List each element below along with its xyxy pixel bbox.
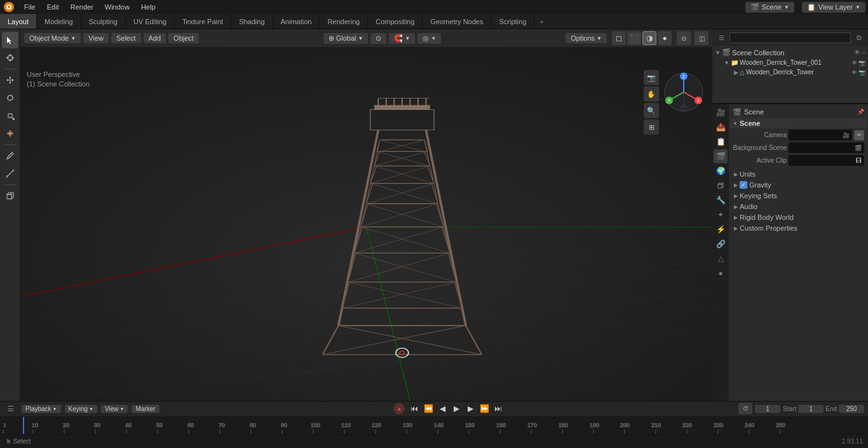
tab-texture-paint[interactable]: Texture Paint [175,14,231,29]
scene-section-header[interactable]: ▼ Scene [730,118,867,128]
section-custom-properties[interactable]: ▶ Custom Properties [730,223,867,233]
tool-scale[interactable] [2,107,18,124]
prev-keyframe-btn[interactable]: ◀ [437,403,448,414]
play-btn[interactable]: ▶ [451,403,462,414]
options-btn[interactable]: Options ▼ [566,33,607,43]
camera-btn[interactable]: 📷 [644,70,659,85]
outliner-filter-btn[interactable]: ⧉ [853,31,865,44]
jump-end-btn[interactable]: ⏭ [492,403,504,414]
frame-current-input[interactable]: 1 [755,405,780,413]
viewport[interactable]: Object Mode ▼ View Select Add Object ⊕ G… [20,29,712,401]
overlay-btn[interactable]: ⊙ [677,31,691,45]
scene-selector[interactable]: 🎬 Scene ▼ [745,2,794,13]
menu-file[interactable]: File [19,2,41,12]
tab-uv-editing[interactable]: UV Editing [126,14,175,29]
tool-cursor[interactable] [2,50,18,66]
timeline-view-btn[interactable]: View ▼ [101,405,128,413]
tool-move[interactable] [2,72,18,88]
mesh-restrict-render[interactable]: 📷 [858,69,865,76]
props-tab-render[interactable]: 🎥 [714,105,728,119]
tab-modeling[interactable]: Modeling [37,14,81,29]
viewport-canvas[interactable]: User Perspective (1) Scene Collection Z … [20,47,712,401]
collection-item-wooden-derrick[interactable]: ▼ 📁 Wooden_Derrick_Tower_001 👁 📷 [715,58,865,67]
xray-btn[interactable]: ◫ [695,31,709,45]
props-tab-modifier[interactable]: 🔧 [714,193,728,207]
frame-start-input[interactable] [798,405,824,413]
tool-annotate[interactable] [2,147,18,164]
menu-window[interactable]: Window [100,2,135,12]
section-gravity[interactable]: ▶ ✓ Gravity [730,180,867,190]
tab-sculpting[interactable]: Sculpting [81,14,126,29]
props-tab-particles[interactable]: ✦ [714,208,728,222]
view-layer-selector[interactable]: 📋 View Layer ▼ [802,2,865,13]
solid-btn[interactable]: ⬛ [627,31,641,45]
next-frame-btn[interactable]: ⏩ [478,403,490,414]
props-tab-output[interactable]: 📤 [714,120,728,134]
proportional-btn[interactable]: ◎ ▼ [417,33,441,44]
section-keying-sets[interactable]: ▶ Keying Sets [730,191,867,201]
camera-field-value[interactable]: 🎥 [789,130,852,140]
outliner-menu-btn[interactable]: ☰ [715,31,728,44]
props-tab-view-layer[interactable]: 📋 [714,135,728,149]
playback-btn[interactable]: Playback ▼ [22,405,61,413]
tab-rendering[interactable]: Rendering [320,14,368,29]
menu-render[interactable]: Render [65,2,98,12]
coll-restrict-viewport[interactable]: 👁 [851,60,857,66]
clock-icon[interactable]: ⏱ [738,403,752,414]
tool-select[interactable] [2,32,18,48]
snapping-btn[interactable]: 🧲 ▼ [389,33,415,44]
magnify-btn[interactable]: 🔍 [644,103,659,118]
props-tab-material[interactable]: ● [714,266,728,280]
viewport-view-btn[interactable]: View [83,33,109,43]
props-tab-world[interactable]: 🌍 [714,164,728,178]
record-btn[interactable]: ● [393,403,405,414]
timeline-ruler[interactable]: 1 10 20 30 40 50 60 70 80 90 100 110 120… [0,417,868,434]
tab-geometry-nodes[interactable]: Geometry Nodes [423,14,491,29]
marker-btn[interactable]: Marker [132,405,159,413]
gravity-checkbox[interactable]: ✓ [740,181,747,189]
tab-shading[interactable]: Shading [231,14,273,29]
active-clip-value[interactable]: 🎞 [789,155,864,166]
next-keyframe-btn[interactable]: ▶ [465,403,476,414]
bg-scene-value[interactable]: 🎬 [789,142,864,153]
section-rigid-body-world[interactable]: ▶ Rigid Body World [730,212,867,222]
object-mode-btn[interactable]: Object Mode ▼ [24,33,81,43]
section-units[interactable]: ▶ Units [730,169,867,179]
coll-restrict-render[interactable]: 📷 [858,60,865,66]
orientation-widget[interactable]: Z X Y [661,70,706,114]
jump-start-btn[interactable]: ⏮ [409,403,420,414]
viewport-select-btn[interactable]: Select [111,33,141,43]
menu-help[interactable]: Help [136,2,161,12]
hand-btn[interactable]: ✋ [644,86,659,102]
material-preview-btn[interactable]: ◑ [642,31,656,45]
layer-btn[interactable]: ⊞ [644,119,659,135]
outliner-search[interactable] [729,32,851,43]
tab-animation[interactable]: Animation [273,14,320,29]
menu-edit[interactable]: Edit [42,2,64,12]
props-tab-physics[interactable]: ⚡ [714,222,728,236]
scene-collection-item[interactable]: ▼ 🎬 Scene Collection 👁 ○ [715,47,865,58]
timeline-menu-btn[interactable]: ☰ [4,402,18,416]
transform-global-btn[interactable]: ⊕ Global ▼ [323,33,369,44]
mesh-restrict-viewport[interactable]: 👁 [851,69,857,76]
mesh-item-wooden-derrick[interactable]: ▶ △ Wooden_Derrick_Tower 👁 📷 [715,67,865,77]
props-tab-constraints[interactable]: 🔗 [714,237,728,251]
tool-add-cube[interactable] [2,187,18,204]
camera-edit-btn[interactable]: ✏ [854,130,864,140]
tool-rotate[interactable] [2,90,18,106]
props-tab-data[interactable]: △ [714,252,728,266]
viewport-add-btn[interactable]: Add [144,33,166,43]
tab-add-button[interactable]: + [534,16,548,27]
tab-layout[interactable]: Layout [0,14,37,29]
frame-end-input[interactable] [839,405,864,413]
viewport-object-btn[interactable]: Object [168,33,199,43]
rendered-btn[interactable]: ● [658,31,672,45]
prev-frame-btn[interactable]: ⏪ [423,403,434,414]
tool-transform[interactable] [2,125,18,142]
transform-pivot-btn[interactable]: ⊙ [370,33,386,44]
section-audio[interactable]: ▶ Audio [730,201,867,212]
tab-compositing[interactable]: Compositing [368,14,423,29]
keying-btn[interactable]: Keying ▼ [65,405,98,413]
scene-coll-eye[interactable]: 👁 [854,49,860,56]
props-tab-scene[interactable]: 🎬 [714,149,728,163]
